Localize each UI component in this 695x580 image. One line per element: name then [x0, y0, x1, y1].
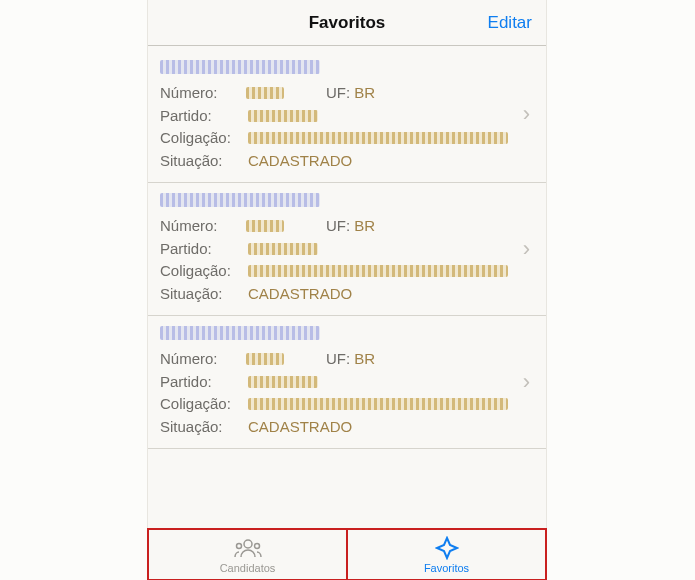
uf-value: BR: [354, 348, 375, 371]
uf-label: UF:: [326, 215, 350, 238]
situacao-value: CADASTRADO: [248, 150, 352, 173]
coligacao-label: Coligação:: [160, 260, 242, 283]
page-title: Favoritos: [309, 13, 386, 33]
people-icon: [234, 535, 262, 561]
numero-label: Número:: [160, 215, 242, 238]
svg-point-0: [244, 540, 252, 548]
tab-label: Favoritos: [424, 562, 469, 574]
situacao-label: Situação:: [160, 283, 242, 306]
situacao-value: CADASTRADO: [248, 283, 352, 306]
star-icon: [433, 535, 461, 561]
tab-candidatos[interactable]: Candidatos: [148, 529, 347, 580]
candidate-name-redacted: [160, 326, 320, 340]
partido-label: Partido:: [160, 371, 242, 394]
chevron-right-icon: ›: [523, 236, 530, 262]
coligacao-value-redacted: [248, 265, 508, 277]
coligacao-label: Coligação:: [160, 393, 242, 416]
partido-value-redacted: [248, 243, 318, 255]
favorite-row[interactable]: Número: UF: BR Partido: Coligação: Situa…: [148, 316, 546, 449]
uf-value: BR: [354, 215, 375, 238]
coligacao-value-redacted: [248, 398, 508, 410]
tab-label: Candidatos: [220, 562, 276, 574]
tabbar: Candidatos Favoritos: [148, 528, 546, 580]
coligacao-value-redacted: [248, 132, 508, 144]
candidate-name-redacted: [160, 193, 320, 207]
chevron-right-icon: ›: [523, 101, 530, 127]
partido-label: Partido:: [160, 105, 242, 128]
favorite-row[interactable]: Número: UF: BR Partido: Coligação: Situa…: [148, 183, 546, 316]
app-frame: Favoritos Editar Número: UF: BR Partido:: [147, 0, 547, 580]
candidate-name-redacted: [160, 60, 320, 74]
numero-value-redacted: [246, 353, 284, 365]
partido-value-redacted: [248, 110, 318, 122]
partido-label: Partido:: [160, 238, 242, 261]
uf-label: UF:: [326, 348, 350, 371]
situacao-value: CADASTRADO: [248, 416, 352, 439]
svg-point-2: [254, 544, 259, 549]
svg-point-1: [236, 544, 241, 549]
uf-value: BR: [354, 82, 375, 105]
numero-value-redacted: [246, 87, 284, 99]
coligacao-label: Coligação:: [160, 127, 242, 150]
favorites-list: Número: UF: BR Partido: Coligação: Situa…: [148, 46, 546, 449]
numero-value-redacted: [246, 220, 284, 232]
chevron-right-icon: ›: [523, 369, 530, 395]
tab-favoritos[interactable]: Favoritos: [347, 529, 546, 580]
situacao-label: Situação:: [160, 150, 242, 173]
situacao-label: Situação:: [160, 416, 242, 439]
numero-label: Número:: [160, 82, 242, 105]
navbar: Favoritos Editar: [148, 0, 546, 46]
favorite-row[interactable]: Número: UF: BR Partido: Coligação: Situa…: [148, 46, 546, 183]
numero-label: Número:: [160, 348, 242, 371]
partido-value-redacted: [248, 376, 318, 388]
edit-button[interactable]: Editar: [488, 0, 532, 46]
uf-label: UF:: [326, 82, 350, 105]
